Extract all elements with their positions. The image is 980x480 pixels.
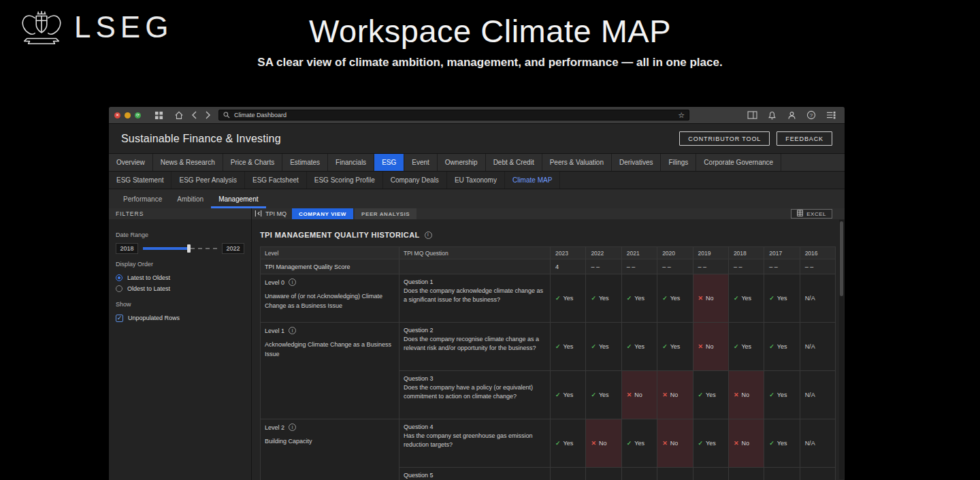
level-label: Level 0 <box>265 279 284 286</box>
answer-label: No <box>706 295 714 302</box>
level-info-icon[interactable] <box>289 278 296 286</box>
x-icon: ✕ <box>734 391 739 398</box>
answer-label: Yes <box>634 295 644 302</box>
show-label: Show <box>116 301 244 308</box>
answer-cell: ✕No <box>586 419 621 468</box>
nav-performance[interactable]: Performance <box>116 189 169 208</box>
view-tab-peer-analysis[interactable]: PEER ANALYSIS <box>355 208 416 219</box>
table-info-icon[interactable] <box>425 231 432 239</box>
tab-derivatives[interactable]: Derivatives <box>612 154 661 171</box>
check-icon: ✓ <box>555 440 561 447</box>
date-range-min-input[interactable] <box>116 243 138 254</box>
forward-button-icon[interactable] <box>202 109 213 121</box>
view-toolbar: TPI MQ COMPANY VIEWPEER ANALYSIS EXCEL <box>252 208 845 219</box>
check-icon: ✓ <box>555 295 561 302</box>
column-header-tpi-mq-question: TPI MQ Question <box>399 247 551 259</box>
refresh-button[interactable] <box>135 112 141 118</box>
level-info-icon[interactable] <box>289 327 296 334</box>
tab-ownership[interactable]: Ownership <box>438 154 486 171</box>
radio-option-oldest-to-latest[interactable]: Oldest to Latest <box>116 283 244 294</box>
collapse-filters-icon[interactable] <box>255 210 262 219</box>
tab-peers-valuation[interactable]: Peers & Valuation <box>542 154 612 171</box>
back-button-icon[interactable] <box>189 109 199 121</box>
date-range-control <box>116 243 244 254</box>
answer-cell <box>657 468 693 480</box>
x-icon: ✕ <box>627 391 632 398</box>
header-button-contributor-tool[interactable]: CONTRIBUTOR TOOL <box>679 131 770 146</box>
score-value-cell: – – <box>621 259 657 274</box>
answer-cell <box>693 468 728 480</box>
menu-list-icon[interactable] <box>824 109 838 121</box>
question-text: Has the company set greenhouse gas emiss… <box>404 432 544 449</box>
tab-event[interactable]: Event <box>404 154 438 171</box>
window-titlebar: Climate Dashboard ? <box>109 107 845 123</box>
subtab-climate-map[interactable]: Climate MAP <box>505 172 560 189</box>
answer-label: Yes <box>564 343 574 350</box>
answer-cell: ✕No <box>693 323 728 371</box>
header-button-feedback[interactable]: FEEDBACK <box>777 131 832 146</box>
checkbox-label: Unpopulated Rows <box>128 315 180 321</box>
level-label: Level 1 <box>265 327 284 334</box>
answer-cell: ✕No <box>657 419 693 468</box>
home-icon[interactable] <box>172 109 186 121</box>
x-icon: ✕ <box>662 391 668 398</box>
column-header-level: Level <box>261 247 399 259</box>
answer-cell: ✓Yes <box>693 371 728 419</box>
tab-corporate-governance[interactable]: Corporate Governance <box>696 154 781 171</box>
nav-ambition[interactable]: Ambition <box>169 189 211 208</box>
level-info-icon[interactable] <box>289 423 296 431</box>
lseg-crest-icon <box>18 9 65 46</box>
search-bar[interactable]: Climate Dashboard <box>218 110 689 121</box>
tab-overview[interactable]: Overview <box>109 154 153 171</box>
radio-option-latest-to-oldest[interactable]: Latest to Oldest <box>116 272 244 283</box>
tab-news-research[interactable]: News & Research <box>153 154 223 171</box>
tab-debt-credit[interactable]: Debt & Credit <box>486 154 542 171</box>
answer-cell <box>621 468 657 480</box>
scrollbar-thumb[interactable] <box>840 221 843 296</box>
question-row: Level 0Unaware of (or not Acknowledging)… <box>261 274 836 323</box>
tab-esg[interactable]: ESG <box>374 154 404 171</box>
excel-export-button[interactable]: EXCEL <box>791 209 832 219</box>
answer-label: No <box>706 343 714 350</box>
help-icon[interactable]: ? <box>804 109 818 121</box>
checkbox-option-unpopulated-rows[interactable]: ✓Unpopulated Rows <box>116 313 244 323</box>
subtab-esg-peer-analysis[interactable]: ESG Peer Analysis <box>172 172 244 189</box>
question-cell: Question 4Has the company set greenhouse… <box>399 419 551 468</box>
tab-estimates[interactable]: Estimates <box>282 154 328 171</box>
vertical-scrollbar[interactable] <box>839 220 844 479</box>
favorite-star-icon[interactable] <box>678 112 685 119</box>
user-account-icon[interactable] <box>785 109 798 121</box>
subtab-esg-scoring-profile[interactable]: ESG Scoring Profile <box>307 172 383 189</box>
subtab-esg-statement[interactable]: ESG Statement <box>109 172 172 189</box>
check-icon: ✓ <box>627 343 632 350</box>
subtab-company-deals[interactable]: Company Deals <box>383 172 447 189</box>
date-range-slider[interactable] <box>143 244 217 253</box>
subtab-eu-taxonomy[interactable]: EU Taxonomy <box>447 172 505 189</box>
answer-cell: ✓Yes <box>586 274 621 323</box>
nav-management[interactable]: Management <box>211 189 265 208</box>
notifications-bell-icon[interactable] <box>765 109 779 121</box>
tab-financials[interactable]: Financials <box>328 154 374 171</box>
answer-label: No <box>599 440 607 447</box>
answer-cell: ✓Yes <box>657 323 693 371</box>
level-description: Building Capacity <box>265 437 393 447</box>
date-range-max-input[interactable] <box>222 243 244 254</box>
subtab-esg-factsheet[interactable]: ESG Factsheet <box>245 172 307 189</box>
close-button[interactable] <box>114 112 120 118</box>
page: LSEG Workspace Climate MAP SA clear view… <box>0 0 980 480</box>
app-grid-icon[interactable] <box>152 109 165 121</box>
tab-price-charts[interactable]: Price & Charts <box>223 154 282 171</box>
tab-filings[interactable]: Filings <box>661 154 696 171</box>
table-title-row: TPI MANAGEMENT QUALITY HISTORICAL <box>260 230 836 240</box>
layout-panels-icon[interactable] <box>745 109 759 121</box>
view-tab-company-view[interactable]: COMPANY VIEW <box>292 208 353 219</box>
question-text: Does the company acknowledge climate cha… <box>404 287 544 304</box>
answer-cell: N/A <box>800 274 835 323</box>
question-name: Question 1 <box>404 278 544 285</box>
minimize-button[interactable] <box>125 112 131 118</box>
level-label: Level 2 <box>265 424 284 431</box>
answer-cell: ✓Yes <box>693 419 728 468</box>
check-icon: ✓ <box>769 343 774 350</box>
score-row-label: TPI Management Quality Score <box>261 259 399 274</box>
check-icon: ✓ <box>734 295 739 302</box>
